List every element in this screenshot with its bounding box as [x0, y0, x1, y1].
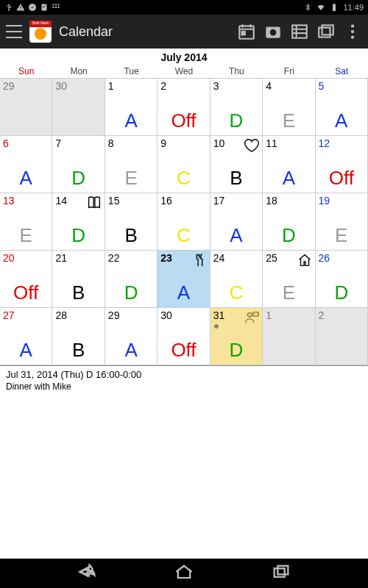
svg-rect-11: [242, 32, 245, 35]
day-number: 24: [213, 252, 259, 264]
calendar-cell[interactable]: 30: [52, 79, 105, 136]
calendar-cell[interactable]: 10B: [210, 136, 263, 193]
calendar-cell[interactable]: 29: [0, 79, 52, 136]
detail-header: Jul 31, 2014 (Thu) D 16:00-0:00: [6, 369, 362, 380]
shift-label: C: [162, 167, 205, 190]
calendar-cell[interactable]: 22D: [105, 251, 158, 308]
shift-label: Off: [320, 167, 363, 190]
calendar-cell[interactable]: 16C: [158, 193, 210, 251]
shift-label: B: [215, 167, 258, 190]
calendar-cell[interactable]: 4E: [263, 79, 315, 136]
shift-label: D: [57, 224, 99, 247]
day-number: 8: [108, 137, 154, 149]
shift-label: E: [267, 282, 310, 304]
svg-rect-5: [53, 7, 54, 8]
shift-label: D: [110, 282, 152, 304]
svg-rect-1: [42, 4, 47, 11]
shift-label: A: [110, 339, 152, 362]
calendar-cell[interactable]: 6A: [0, 136, 52, 193]
day-number: 15: [108, 195, 154, 207]
dow-label: Sun: [0, 65, 52, 78]
calendar-cell[interactable]: 1: [263, 308, 315, 365]
blank-area: [0, 395, 368, 559]
calendar-cell[interactable]: 20Off: [0, 251, 52, 308]
svg-rect-21: [277, 566, 288, 575]
person-icon: [244, 309, 260, 326]
menu-icon[interactable]: [6, 25, 22, 38]
gallery-icon[interactable]: [316, 22, 336, 41]
calendar-cell[interactable]: 14D: [52, 193, 105, 251]
app-icon[interactable]: Shift Work: [29, 21, 52, 43]
day-number: 29: [108, 309, 154, 321]
overflow-icon[interactable]: [343, 22, 362, 41]
today-icon[interactable]: [237, 22, 256, 41]
detail-event: Dinner with Mike: [6, 381, 362, 392]
nav-home-icon[interactable]: [174, 562, 194, 585]
calendar-cell[interactable]: 2: [316, 308, 368, 365]
dow-label: Tue: [105, 65, 158, 78]
fork-icon: [191, 252, 208, 268]
calendar-cell[interactable]: 25E: [263, 251, 315, 308]
usb-icon: [4, 3, 13, 12]
calendar-cell[interactable]: 26D: [316, 251, 368, 308]
calendar-cell[interactable]: 27A: [0, 308, 52, 365]
calendar-cell[interactable]: 9C: [158, 136, 210, 193]
svg-rect-9: [333, 4, 335, 4]
day-number: 4: [266, 80, 311, 92]
day-number: 12: [319, 137, 364, 149]
calendar-cell[interactable]: 29A: [105, 308, 158, 365]
calendar-cell[interactable]: 31D: [210, 308, 263, 365]
content: July 2014 SunMonTueWedThuFriSat 29301A2O…: [0, 49, 368, 559]
day-number: 13: [3, 195, 49, 207]
svg-rect-15: [319, 28, 330, 37]
heart-icon: [244, 137, 260, 154]
shift-label: E: [320, 224, 363, 247]
shift-label: D: [57, 167, 99, 190]
status-time: 11:49: [343, 3, 364, 12]
bluetooth-icon: [303, 3, 312, 12]
svg-rect-6: [55, 7, 57, 8]
list-icon[interactable]: [290, 22, 309, 41]
nav-back-icon[interactable]: [77, 562, 97, 585]
svg-point-13: [270, 29, 277, 36]
shift-label: E: [267, 110, 310, 132]
nav-recent-icon[interactable]: [271, 562, 291, 585]
day-number: 6: [3, 137, 49, 149]
shift-label: A: [4, 167, 47, 190]
calendar-cell[interactable]: 24C: [210, 251, 263, 308]
calendar-cell[interactable]: 8E: [105, 136, 158, 193]
day-number: 21: [55, 252, 101, 264]
calendar-cell[interactable]: 21B: [52, 251, 105, 308]
status-right: 11:49: [303, 3, 364, 12]
calendar-cell[interactable]: 12Off: [316, 136, 368, 193]
dow-label: Thu: [210, 65, 263, 78]
calendar-cell[interactable]: 28B: [52, 308, 105, 365]
calendar-cell[interactable]: 1A: [105, 79, 158, 136]
calendar-cell[interactable]: 11A: [263, 136, 315, 193]
calendar-cell[interactable]: 2Off: [158, 79, 210, 136]
day-number: 7: [55, 137, 101, 149]
shift-label: A: [320, 110, 363, 132]
day-number: 18: [266, 195, 311, 207]
dow-label: Mon: [52, 65, 105, 78]
day-number: 1: [266, 309, 311, 321]
svg-rect-14: [292, 25, 307, 37]
calendar-cell[interactable]: 15B: [105, 193, 158, 251]
calendar-cell[interactable]: 5A: [316, 79, 368, 136]
detail-panel[interactable]: Jul 31, 2014 (Thu) D 16:00-0:00 Dinner w…: [0, 365, 368, 395]
calendar-cell[interactable]: 13E: [0, 193, 52, 251]
calendar-cell[interactable]: 30Off: [158, 308, 210, 365]
calendar-cell[interactable]: 3D: [210, 79, 263, 136]
calendar-cell[interactable]: 18D: [263, 193, 315, 251]
camera-icon[interactable]: [263, 22, 283, 41]
day-number: 3: [213, 80, 259, 92]
shift-label: D: [267, 224, 310, 247]
dow-row: SunMonTueWedThuFriSat: [0, 65, 368, 79]
shift-label: Off: [4, 282, 47, 304]
shift-label: E: [4, 224, 47, 247]
calendar-cell[interactable]: 19E: [316, 193, 368, 251]
calendar-cell[interactable]: 23A: [158, 251, 210, 308]
calendar-cell[interactable]: 17A: [210, 193, 263, 251]
calendar-cell[interactable]: 7D: [52, 136, 105, 193]
day-number: 27: [3, 309, 49, 321]
